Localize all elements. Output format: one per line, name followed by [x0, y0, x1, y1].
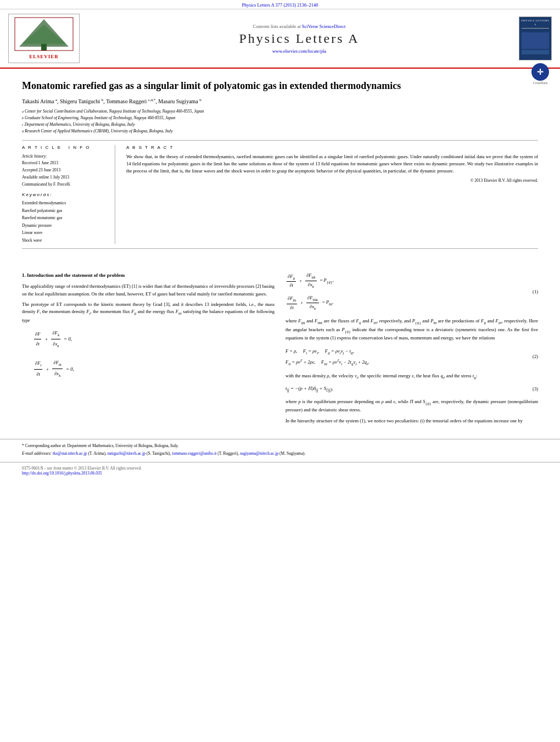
keyword-4: Dynamic pressure — [22, 222, 109, 230]
eq2-line-2: Fll = ρv2 + 2ρε, Flli = ρv2vi − 2tijvl +… — [285, 357, 538, 368]
frac-dF-dt: ∂F ∂t — [34, 330, 41, 349]
elsevier-logo-box: ELSEVIER — [8, 14, 80, 63]
crossmark-badge: ✛ CrossMark — [531, 63, 549, 85]
keywords-section: Keywords: Extended thermodynamics Rarefi… — [22, 192, 109, 244]
frac-dFijk-dxk: ∂Fijk ∂xk — [305, 272, 316, 289]
para-2: The prototype of ET corresponds to the k… — [22, 301, 275, 324]
frac-dFij-dt: ∂Fij ∂t — [287, 273, 296, 289]
header-area: ELSEVIER Contents lists available at Sci… — [0, 9, 560, 69]
affil-b: Graduate School of Engineering, Nagoya I… — [25, 115, 176, 121]
received-date: Received 1 June 2013 — [22, 160, 109, 167]
page-footer: 0375-9601/$ – see front matter © 2013 El… — [0, 462, 560, 479]
footer-issn: 0375-9601/$ – see front matter © 2013 El… — [22, 466, 538, 471]
abstract-heading: A B S T R A C T — [126, 145, 538, 150]
eq-row-2: ∂Fi ∂t + ∂Fik ∂xk = 0, — [33, 358, 275, 380]
footer-doi: http://dx.doi.org/10.1016/j.physleta.201… — [22, 471, 538, 476]
eq2-number: (2) — [533, 354, 538, 361]
eq1-number: (1) — [533, 288, 538, 295]
para-1: The applicability range of extended ther… — [22, 283, 275, 297]
eq3-line: tij = −(p + Π)δij + S{ij}, — [285, 385, 538, 393]
main-content: 1. Introduction and the statement of the… — [0, 264, 560, 438]
section1-heading: 1. Introduction and the statement of the… — [22, 272, 275, 280]
doi-link[interactable]: http://dx.doi.org/10.1016/j.physleta.201… — [22, 471, 102, 476]
thumb-cover: PHYSICS LETTERS A — [519, 16, 552, 60]
right-para-1: where Fijk and Fllik are the fluxes of F… — [285, 317, 538, 342]
content-left: 1. Introduction and the statement of the… — [22, 270, 275, 427]
info-abstract-section: A R T I C L E I N F O Article history: R… — [22, 145, 538, 244]
article-history: Article history: Received 1 June 2013 Ac… — [22, 153, 109, 188]
journal-thumbnail: PHYSICS LETTERS A — [516, 14, 555, 63]
eq3-block: tij = −(p + Π)δij + S{ij}, (3) — [285, 385, 538, 393]
email-sugiyama[interactable]: sugiyama@nitech.ac.jp — [240, 451, 278, 456]
elsevier-tree-icon — [14, 16, 74, 52]
article-title: Monatomic rarefied gas as a singular lim… — [22, 80, 406, 92]
footnote-star: * Corresponding author at: Department of… — [22, 443, 538, 449]
header-middle: Contents lists available at SciVerse Sci… — [88, 14, 511, 63]
para-3 — [22, 384, 275, 391]
eq3-number: (3) — [533, 386, 538, 393]
journal-citation: Physics Letters A 377 (2013) 2136–2140 — [242, 2, 318, 8]
keyword-1: Extended thermodynamics — [22, 199, 109, 207]
journal-title: Physics Letters A — [239, 31, 360, 46]
authors-line: Takashi Arima a, Shigeru Taniguchi b, To… — [22, 98, 538, 104]
frac-dFik-dxk: ∂Fik ∂xk — [52, 358, 63, 380]
content-right: ∂Fij ∂t + ∂Fijk ∂xk = P{ij}, ∂Flli ∂t — [285, 270, 538, 427]
frac-dFi-dt: ∂Fi ∂t — [34, 359, 42, 379]
divider-top — [22, 140, 538, 141]
frac-dFlli-dt: ∂Flli ∂t — [287, 295, 297, 311]
keyword-5: Linear wave — [22, 229, 109, 237]
copyright-line: © 2013 Elsevier B.V. All rights reserved… — [126, 178, 538, 183]
keywords-heading: Keywords: — [22, 192, 109, 197]
affiliations-list: a Center for Social Contribution and Col… — [22, 108, 538, 135]
article-info-col: A R T I C L E I N F O Article history: R… — [22, 145, 115, 244]
right-para-2: with the mass density ρ, the velocity vi… — [285, 372, 538, 381]
journal-url-link[interactable]: www.elsevier.com/locate/pla — [272, 48, 326, 54]
divider-bottom — [22, 248, 538, 249]
right-para-4: In the hierarchy structure of the system… — [285, 417, 538, 425]
eq2-block: F = ρ, Fi = ρvi, Fij = ρvivj − tij, Fll … — [285, 347, 538, 368]
eq2-line-1: F = ρ, Fi = ρvi, Fij = ρvivj − tij, — [285, 347, 538, 357]
eq-right-row-2: ∂Flli ∂t + ∂Fllik ∂xk = Plli, — [285, 294, 538, 312]
eq2-lines: F = ρ, Fi = ρvi, Fij = ρvivj − tij, Fll … — [285, 347, 538, 368]
frac-dFllik-dxk: ∂Fllik ∂xk — [306, 294, 319, 312]
page-wrapper: Physics Letters A 377 (2013) 2136–2140 E… — [0, 0, 560, 742]
elsevier-label: ELSEVIER — [29, 54, 59, 59]
affil-c: Department of Mathematics, University of… — [25, 121, 135, 128]
journal-url: www.elsevier.com/locate/pla — [272, 48, 326, 54]
crossmark-icon: ✛ — [531, 63, 549, 81]
email-arima[interactable]: tks@stat.nitech.ac.jp — [53, 451, 87, 456]
right-para-3: where p is the equilibrium pressure depe… — [285, 398, 538, 414]
keyword-3: Rarefied monatomic gas — [22, 214, 109, 222]
available-date: Available online 1 July 2013 — [22, 174, 109, 181]
affil-a: Center for Social Contribution and Colla… — [25, 108, 204, 115]
sciverse-text: Contents lists available at SciVerse Sci… — [253, 24, 346, 29]
thumb-title: PHYSICS LETTERS A — [520, 19, 550, 26]
equations-left: ∂F ∂t + ∂Fk ∂xk = 0, ∂Fi ∂t — [33, 328, 275, 380]
article-area: Monatomic rarefied gas as a singular lim… — [0, 69, 560, 259]
journal-bar: Physics Letters A 377 (2013) 2136–2140 — [0, 0, 560, 9]
history-label: Article history: — [22, 153, 109, 160]
eq-row-1: ∂F ∂t + ∂Fk ∂xk = 0, — [33, 328, 275, 350]
keyword-6: Shock wave — [22, 237, 109, 244]
accepted-date: Accepted 23 June 2013 — [22, 167, 109, 174]
email-taniguchi[interactable]: taniguchi@nitech.ac.jp — [108, 451, 145, 456]
keyword-2: Rarefied polyatomic gas — [22, 207, 109, 215]
elsevier-logo: ELSEVIER — [5, 14, 82, 63]
footnote-section: * Corresponding author at: Department of… — [0, 439, 560, 457]
article-info-heading: A R T I C L E I N F O — [22, 145, 109, 150]
eq-right-row-1: ∂Fij ∂t + ∂Fijk ∂xk = P{ij}, — [285, 272, 538, 289]
frac-dFk-dxk: ∂Fk ∂xk — [51, 328, 60, 350]
equations-right-block: ∂Fij ∂t + ∂Fijk ∂xk = P{ij}, ∂Flli ∂t — [285, 272, 538, 312]
sciverse-link[interactable]: SciVerse ScienceDirect — [302, 24, 346, 29]
communicated-by: Communicated by F. Porcelli — [22, 181, 109, 188]
abstract-col: A B S T R A C T We show that, in the the… — [126, 145, 538, 244]
email-ruggeri[interactable]: tommaso.ruggeri@unibo.it — [172, 451, 216, 456]
svg-marker-2 — [22, 25, 66, 44]
abstract-text: We show that, in the theory of extended … — [126, 153, 538, 175]
keywords-list: Extended thermodynamics Rarefied polyato… — [22, 199, 109, 244]
affil-d: Research Center of Applied Mathematics (… — [25, 128, 173, 135]
footnote-emails: E-mail addresses: tks@stat.nitech.ac.jp … — [22, 450, 538, 456]
